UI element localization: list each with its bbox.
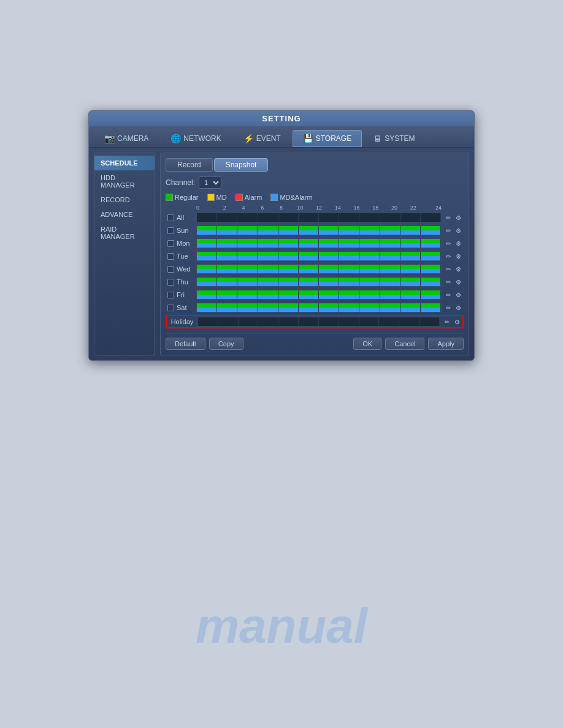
checkbox-sat[interactable] bbox=[166, 305, 175, 311]
label-all: All bbox=[175, 214, 196, 221]
settings-sat-btn[interactable]: ⚙ bbox=[454, 304, 462, 312]
settings-all-btn[interactable]: ⚙ bbox=[454, 214, 462, 222]
sub-tab-bar: Record Snapshot bbox=[166, 158, 464, 172]
system-icon: 🖥 bbox=[373, 134, 382, 143]
label-mon: Mon bbox=[175, 240, 196, 247]
edit-mon-btn[interactable]: ✏ bbox=[444, 240, 452, 248]
edit-sat-btn[interactable]: ✏ bbox=[444, 304, 452, 312]
checkbox-mon[interactable] bbox=[166, 240, 175, 247]
network-icon: 🌐 bbox=[170, 134, 181, 143]
legend-alarm-label: Alarm bbox=[245, 194, 262, 201]
channel-label: Channel: bbox=[166, 178, 195, 187]
label-fri: Fri bbox=[175, 291, 196, 298]
tab-network-label: NETWORK bbox=[183, 134, 221, 143]
checkbox-thu[interactable] bbox=[166, 279, 175, 286]
sidebar-item-raid-manager[interactable]: RAID MANAGER bbox=[94, 222, 155, 244]
time-14: 14 bbox=[328, 205, 347, 211]
tab-event-label: EVENT bbox=[256, 134, 281, 143]
settings-fri-btn[interactable]: ⚙ bbox=[454, 291, 462, 299]
btn-group-left: Default Copy bbox=[166, 338, 243, 350]
channel-row: Channel: 1 2 3 4 bbox=[166, 176, 464, 189]
sub-tab-record[interactable]: Record bbox=[166, 158, 213, 172]
schedule-row-fri: Fri ✏ ⚙ bbox=[166, 289, 464, 300]
copy-button[interactable]: Copy bbox=[209, 338, 243, 350]
tab-camera[interactable]: 📷 CAMERA bbox=[94, 130, 159, 147]
checkbox-sun[interactable] bbox=[166, 227, 175, 234]
sidebar-item-hdd-manager[interactable]: HDD MANAGER bbox=[94, 170, 155, 192]
grid-sun bbox=[197, 226, 441, 235]
label-wed: Wed bbox=[175, 265, 196, 273]
actions-mon: ✏ ⚙ bbox=[444, 240, 464, 248]
checkbox-all[interactable] bbox=[166, 214, 175, 221]
checkbox-tue[interactable] bbox=[166, 253, 175, 260]
tab-camera-label: CAMERA bbox=[117, 134, 148, 143]
top-tab-bar: 📷 CAMERA 🌐 NETWORK ⚡ EVENT 💾 STORAGE 🖥 S… bbox=[89, 126, 474, 148]
tab-storage[interactable]: 💾 STORAGE bbox=[293, 130, 362, 147]
schedule-row-sun: Sun ✏ ⚙ bbox=[166, 225, 464, 236]
tab-system[interactable]: 🖥 SYSTEM bbox=[363, 130, 425, 147]
legend-md-alarm: MD&Alarm bbox=[270, 194, 312, 201]
bottom-buttons: Default Copy OK Cancel Apply bbox=[166, 333, 464, 350]
channel-select[interactable]: 1 2 3 4 bbox=[199, 176, 221, 189]
time-2: 2 bbox=[215, 205, 234, 211]
sub-tab-snapshot[interactable]: Snapshot bbox=[214, 158, 269, 172]
sidebar-item-record[interactable]: RECORD bbox=[94, 192, 155, 207]
settings-tue-btn[interactable]: ⚙ bbox=[454, 252, 462, 260]
time-8: 8 bbox=[272, 205, 291, 211]
schedule-row-all: All ✏ ⚙ bbox=[166, 212, 464, 223]
label-sun: Sun bbox=[175, 227, 196, 234]
label-holiday: Holiday bbox=[167, 318, 197, 325]
time-4: 4 bbox=[234, 205, 253, 211]
actions-sat: ✏ ⚙ bbox=[444, 304, 464, 312]
time-10: 10 bbox=[291, 205, 310, 211]
time-6: 6 bbox=[253, 205, 272, 211]
tab-storage-label: STORAGE bbox=[316, 134, 351, 143]
edit-holiday-btn[interactable]: ✏ bbox=[443, 318, 451, 326]
ok-button[interactable]: OK bbox=[353, 338, 381, 350]
edit-fri-btn[interactable]: ✏ bbox=[444, 291, 452, 299]
grid-sat bbox=[197, 303, 441, 312]
tab-event[interactable]: ⚡ EVENT bbox=[233, 130, 291, 147]
storage-icon: 💾 bbox=[303, 134, 313, 143]
schedule-row-sat: Sat ✏ ⚙ bbox=[166, 302, 464, 313]
time-22: 22 bbox=[404, 205, 423, 211]
label-tue: Tue bbox=[175, 252, 196, 260]
edit-sun-btn[interactable]: ✏ bbox=[444, 227, 452, 235]
checkbox-fri[interactable] bbox=[166, 292, 175, 298]
time-12: 12 bbox=[310, 205, 329, 211]
grid-all bbox=[197, 213, 441, 222]
grid-wed bbox=[197, 265, 441, 273]
tab-network[interactable]: 🌐 NETWORK bbox=[160, 130, 231, 147]
time-20: 20 bbox=[385, 205, 404, 211]
sidebar-item-schedule[interactable]: SCHEDULE bbox=[94, 156, 155, 170]
main-panel: Record Snapshot Channel: 1 2 3 4 ✓ Regul… bbox=[160, 153, 469, 355]
actions-tue: ✏ ⚙ bbox=[444, 252, 464, 260]
settings-thu-btn[interactable]: ⚙ bbox=[454, 278, 462, 286]
default-button[interactable]: Default bbox=[166, 338, 205, 350]
actions-holiday: ✏ ⚙ bbox=[443, 318, 462, 326]
settings-mon-btn[interactable]: ⚙ bbox=[454, 240, 462, 248]
time-18: 18 bbox=[366, 205, 385, 211]
checkbox-wed[interactable] bbox=[166, 266, 175, 273]
legend-md-alarm-label: MD&Alarm bbox=[280, 194, 312, 201]
settings-dialog: SETTING 📷 CAMERA 🌐 NETWORK ⚡ EVENT 💾 STO… bbox=[88, 110, 475, 361]
watermark: manual bbox=[196, 598, 367, 654]
time-24: 24 bbox=[423, 205, 442, 211]
edit-tue-btn[interactable]: ✏ bbox=[444, 252, 452, 260]
legend-row: ✓ Regular MD Alarm MD&Alarm bbox=[166, 194, 464, 201]
legend-regular-label: Regular bbox=[175, 194, 199, 201]
holiday-row: Holiday ✏ ⚙ bbox=[167, 316, 462, 327]
sidebar-item-advance[interactable]: ADVANCE bbox=[94, 207, 155, 222]
apply-button[interactable]: Apply bbox=[428, 338, 464, 350]
grid-thu bbox=[197, 278, 441, 286]
settings-holiday-btn[interactable]: ⚙ bbox=[453, 318, 461, 326]
dialog-title: SETTING bbox=[89, 111, 474, 126]
edit-all-btn[interactable]: ✏ bbox=[444, 214, 452, 222]
legend-md: MD bbox=[207, 194, 227, 201]
cancel-button[interactable]: Cancel bbox=[385, 338, 424, 350]
schedule-row-thu: Thu ✏ ⚙ bbox=[166, 276, 464, 287]
edit-wed-btn[interactable]: ✏ bbox=[444, 265, 452, 273]
edit-thu-btn[interactable]: ✏ bbox=[444, 278, 452, 286]
settings-sun-btn[interactable]: ⚙ bbox=[454, 227, 462, 235]
settings-wed-btn[interactable]: ⚙ bbox=[454, 265, 462, 273]
